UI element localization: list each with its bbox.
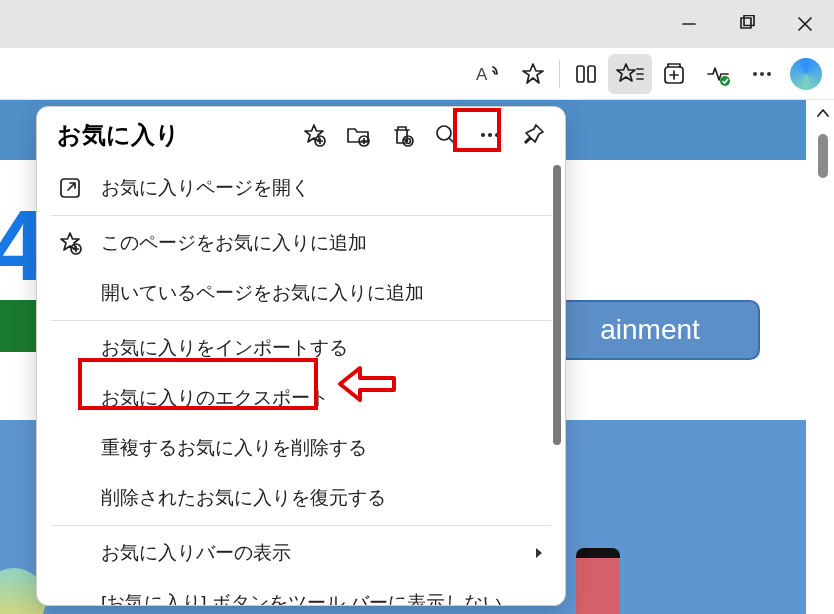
copilot-button[interactable] [784,54,828,94]
scroll-up-arrow-icon[interactable] [816,106,830,120]
menu-item-label: 開いているページをお気に入りに追加 [101,280,424,306]
favorites-menu-scroll: お気に入りページを開く このページをお気に入りに追加 開いているページをお気に入… [37,163,565,605]
maximize-button[interactable] [718,0,776,48]
menu-open-favorites-page[interactable]: お気に入りページを開く [37,163,565,213]
menu-add-this-page[interactable]: このページをお気に入りに追加 [37,218,565,268]
submenu-arrow-icon [533,546,545,560]
menu-show-favorites-bar[interactable]: お気に入りバーの表示 [37,528,565,578]
svg-point-17 [767,72,771,76]
menu-item-label: [お気に入り] ボタンをツール バーに表示しない [101,590,502,605]
menu-item-label: お気に入りページを開く [101,175,310,201]
browser-toolbar: A [0,48,834,100]
menu-import-favorites[interactable]: お気に入りをインポートする [37,323,565,373]
performance-button[interactable] [696,54,740,94]
menu-restore-deleted[interactable]: 削除されたお気に入りを復元する [37,473,565,523]
menu-item-label: 重複するお気に入りを削除する [101,435,367,461]
scroll-thumb[interactable] [818,134,828,178]
menu-item-label: お気に入りのエクスポート [101,385,329,411]
favorite-star-button[interactable] [511,54,555,94]
svg-point-28 [488,133,492,137]
search-favorites-button[interactable] [427,117,465,153]
menu-add-open-pages[interactable]: 開いているページをお気に入りに追加 [37,268,565,318]
svg-line-26 [449,138,455,144]
svg-point-27 [481,133,485,137]
copilot-icon [790,58,822,90]
reading-view-button[interactable]: A [467,54,511,94]
menu-item-label: 削除されたお気に入りを復元する [101,485,386,511]
menu-remove-duplicates[interactable]: 重複するお気に入りを削除する [37,423,565,473]
favorites-popup: お気に入り お気に入りページを開く [36,106,566,606]
favorites-title: お気に入り [57,119,289,151]
open-page-icon [55,176,85,200]
svg-point-16 [760,72,764,76]
menu-item-label: このページをお気に入りに追加 [101,230,367,256]
page-decor-stick [576,548,620,614]
svg-rect-2 [744,16,754,26]
split-screen-button[interactable] [564,54,608,94]
menu-item-label: お気に入りをインポートする [101,335,348,361]
menu-separator [51,215,551,216]
entertainment-label: ainment [600,314,700,346]
menu-separator [51,320,551,321]
favorites-menu-list: お気に入りページを開く このページをお気に入りに追加 開いているページをお気に入… [37,163,565,605]
pin-button[interactable] [515,117,553,153]
minimize-button[interactable] [660,0,718,48]
star-plus-icon [55,230,85,256]
favorites-more-button[interactable] [471,117,509,153]
svg-text:A: A [476,65,488,84]
favorites-list-button[interactable] [608,54,652,94]
collections-button[interactable] [652,54,696,94]
menu-export-favorites[interactable]: お気に入りのエクスポート [37,373,565,423]
svg-rect-1 [741,18,751,28]
svg-rect-7 [588,66,595,82]
menu-hide-favorites-button[interactable]: [お気に入り] ボタンをツール バーに表示しない [37,578,565,605]
toolbar-separator [559,60,560,88]
favorites-scroll-thumb[interactable] [553,165,561,445]
window-title-bar [0,0,834,48]
svg-point-29 [495,133,499,137]
svg-rect-6 [577,66,584,82]
close-button[interactable] [776,0,834,48]
menu-separator [51,525,551,526]
svg-point-15 [753,72,757,76]
delete-button[interactable] [383,117,421,153]
page-scrollbar[interactable] [810,100,834,614]
favorites-header: お気に入り [37,107,565,163]
more-button[interactable] [740,54,784,94]
svg-point-14 [720,76,730,86]
add-folder-button[interactable] [339,117,377,153]
menu-item-label: お気に入りバーの表示 [101,540,291,566]
add-favorite-button[interactable] [295,117,333,153]
